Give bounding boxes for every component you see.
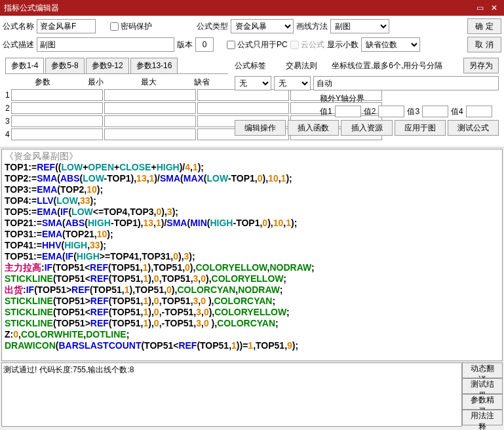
tab-params-9-12[interactable]: 参数9-12	[86, 58, 129, 73]
edit-op-button[interactable]: 编辑操作	[235, 120, 286, 136]
tab-params-13-16[interactable]: 参数13-16	[130, 58, 178, 73]
col-default: 缺省	[175, 77, 228, 88]
draw-select[interactable]: 副图	[330, 19, 389, 33]
param-cell[interactable]	[11, 128, 103, 140]
y-val3[interactable]	[422, 106, 448, 117]
usage-button[interactable]: 用法注释	[462, 410, 503, 425]
saveas-button[interactable]: 另存为	[463, 58, 499, 73]
rule-select[interactable]: 无	[274, 76, 311, 90]
param-wiz-button[interactable]: 参数精灵	[462, 394, 503, 410]
desc-input[interactable]	[37, 37, 174, 52]
param-cell[interactable]	[11, 102, 103, 114]
pwd-checkbox[interactable]: 密码保护	[110, 21, 152, 32]
param-cell[interactable]	[11, 115, 103, 127]
ins-res-button[interactable]: 插入资源	[341, 120, 392, 136]
label-extray: 额外Y轴分界	[320, 93, 499, 104]
window-title: 指标公式编辑器	[4, 3, 59, 14]
ins-fn-button[interactable]: 插入函数	[288, 120, 339, 136]
label-tag: 公式标签	[235, 60, 266, 71]
tag-select[interactable]: 无	[235, 76, 271, 90]
dec-select[interactable]: 缺省位数	[361, 37, 420, 52]
param-cell[interactable]	[11, 89, 103, 101]
y-val4[interactable]	[466, 106, 492, 117]
col-param: 参数	[16, 77, 69, 88]
ver-input[interactable]	[195, 37, 214, 52]
label-desc: 公式描述	[3, 39, 34, 50]
close-icon[interactable]: ✕	[488, 3, 500, 12]
label-name: 公式名称	[3, 21, 34, 32]
test-fml-button[interactable]: 测试公式	[448, 120, 499, 136]
dyn-trans-button[interactable]: 动态翻译	[462, 362, 503, 378]
type-select[interactable]: 资金风暴	[231, 19, 294, 33]
tab-params-1-4[interactable]: 参数1-4	[5, 58, 44, 73]
coord-input[interactable]	[313, 76, 499, 90]
y-val1[interactable]	[335, 106, 361, 117]
test-res-button[interactable]: 测试结果	[462, 378, 503, 394]
label-ver: 版本	[177, 39, 193, 50]
label-draw: 画线方法	[296, 21, 328, 32]
pc-only-checkbox[interactable]: 公式只用于PC	[227, 39, 288, 50]
name-input[interactable]	[37, 19, 96, 33]
y-val2[interactable]	[378, 106, 404, 117]
label-rule: 交易法则	[286, 60, 317, 71]
status-output: 测试通过! 代码长度:755,输出线个数:8	[1, 362, 462, 427]
apply-chart-button[interactable]: 应用于图	[395, 120, 446, 136]
col-max: 最大	[122, 77, 175, 88]
label-type: 公式类型	[197, 21, 228, 32]
label-showdec: 显示小数	[327, 39, 359, 50]
ok-button[interactable]: 确 定	[467, 18, 501, 34]
label-coord: 坐标线位置,最多6个,用分号分隔	[332, 60, 442, 71]
tab-params-5-8[interactable]: 参数5-8	[45, 58, 84, 73]
col-min: 最小	[69, 77, 122, 88]
cloud-checkbox: 云公式	[290, 39, 324, 50]
minimize-icon[interactable]: ▭	[475, 3, 486, 12]
cancel-button[interactable]: 取 消	[467, 37, 501, 52]
code-editor[interactable]: 《资金风暴副图》 TOP1:=REF((LOW+OPEN+CLOSE+HIGH)…	[1, 149, 503, 361]
